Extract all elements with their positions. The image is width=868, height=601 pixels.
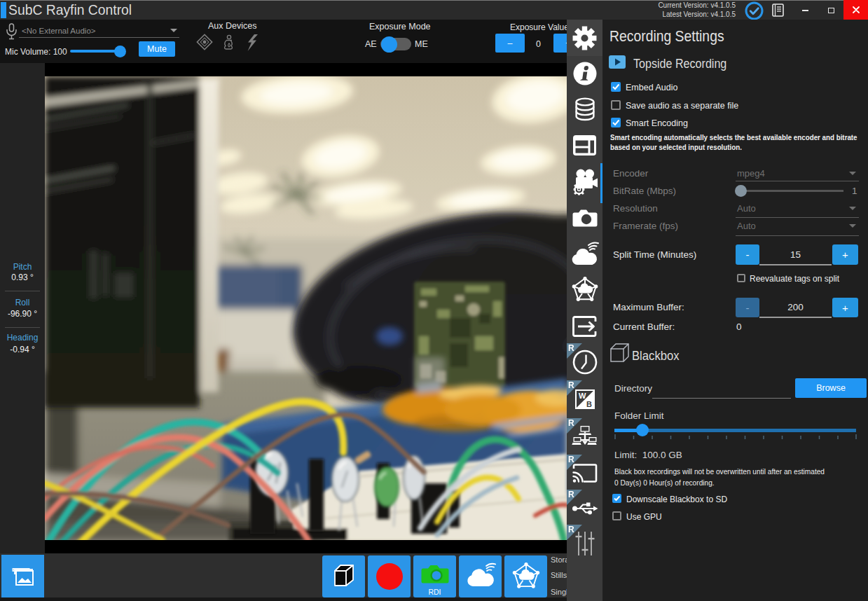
svg-text:B: B — [586, 400, 592, 408]
